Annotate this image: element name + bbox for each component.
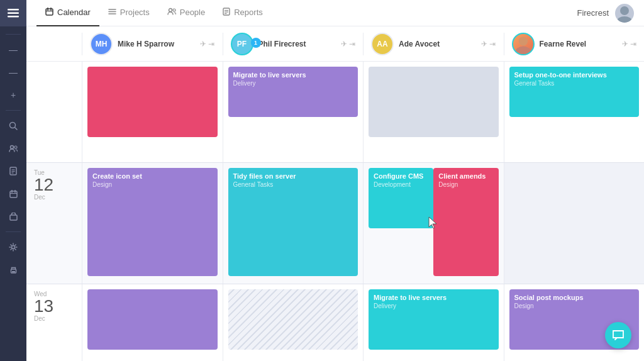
sidebar-icon-minus1[interactable]: —: [2, 40, 25, 60]
svg-rect-18: [12, 271, 15, 272]
event-fearne-0[interactable]: Setup one-to-one interviews General Task…: [509, 67, 640, 117]
svg-point-27: [173, 9, 175, 11]
event-mike-0[interactable]: [87, 67, 218, 137]
tab-reports-label: Reports: [234, 8, 263, 17]
event-phil-0[interactable]: Migrate to live servers Delivery: [228, 67, 358, 117]
event-subtitle-fearne-2: Design: [514, 303, 635, 309]
event-col-mike-1[interactable]: Create icon set Design: [82, 163, 223, 284]
person-name-fearne: Fearne Revel: [540, 40, 587, 48]
tab-reports[interactable]: Reports: [214, 0, 272, 26]
event-col-ade-2[interactable]: Migrate to live servers Delivery: [363, 284, 504, 361]
tab-projects[interactable]: Projects: [99, 0, 158, 26]
people-icon[interactable]: [2, 138, 25, 158]
projects-tab-icon: [108, 8, 116, 17]
event-col-phil-0[interactable]: Migrate to live servers Delivery: [223, 62, 364, 162]
event-ade-1a[interactable]: Configure CMS Development: [369, 168, 433, 228]
event-col-phil-1[interactable]: Tidy files on server General Tasks: [223, 163, 364, 284]
event-subtitle-ade-1b: Design: [438, 181, 493, 188]
svg-rect-11: [10, 191, 17, 197]
tab-people[interactable]: People: [158, 0, 214, 26]
date-col-0: [26, 62, 82, 162]
event-title-phil-0: Migrate to live servers: [233, 70, 353, 79]
person-name-ade: Ade Avocet: [399, 40, 440, 48]
svg-rect-19: [46, 9, 53, 15]
reports-tab-icon: [223, 8, 230, 18]
user-avatar[interactable]: [615, 4, 634, 23]
phil-badge: 1: [251, 38, 261, 48]
event-ade-2[interactable]: Migrate to live servers Delivery: [369, 289, 499, 350]
calendar-row-1: Tue 12 Dec Create icon set Design Tidy f…: [26, 163, 644, 284]
box-icon[interactable]: [2, 206, 25, 226]
avatar-mike-initials: MH: [96, 40, 108, 48]
svg-rect-0: [8, 9, 19, 11]
date-col-2: Wed 13 Dec: [26, 284, 82, 361]
avatar-ade[interactable]: AA: [371, 33, 394, 55]
pin-phil: ✈ ⇥: [341, 40, 355, 48]
event-col-fearne-1[interactable]: [504, 163, 645, 284]
month-1: Dec: [34, 194, 45, 201]
person-name-phil: Phil Firecrest: [258, 40, 306, 48]
event-mike-2[interactable]: [87, 289, 218, 350]
event-subtitle-ade-1a: Development: [374, 181, 428, 188]
reports-icon[interactable]: [2, 161, 25, 181]
person-col-ade: AA Ade Avocet ✈ ⇥: [363, 33, 504, 55]
month-2: Dec: [34, 315, 45, 322]
event-subtitle-phil-0: Delivery: [233, 80, 353, 87]
sidebar-divider2: [6, 110, 21, 111]
svg-rect-2: [8, 16, 19, 18]
nav-right: Firecrest: [577, 4, 634, 23]
event-title-ade-1b: Client amends: [438, 172, 493, 181]
sidebar-divider: [6, 34, 21, 35]
event-ade-1b[interactable]: Client amends Design: [433, 168, 498, 276]
event-ade-0: [369, 67, 499, 137]
event-col-mike-0[interactable]: [82, 62, 223, 162]
event-title-ade-2: Migrate to live servers: [374, 293, 494, 302]
avatar-ade-initials: AA: [377, 40, 387, 48]
event-phil-1[interactable]: Tidy files on server General Tasks: [228, 168, 358, 276]
event-col-phil-2[interactable]: [223, 284, 364, 361]
search-icon[interactable]: [2, 116, 25, 136]
tab-projects-label: Projects: [120, 8, 150, 17]
sidebar-divider3: [6, 231, 21, 232]
event-col-fearne-0[interactable]: Setup one-to-one interviews General Task…: [504, 62, 645, 162]
sidebar-icon-add[interactable]: +: [2, 85, 25, 105]
avatar-mike[interactable]: MH: [90, 33, 113, 55]
avatar-fearne[interactable]: [512, 33, 535, 55]
tab-calendar[interactable]: Calendar: [36, 0, 99, 26]
day-number-2: 13: [34, 297, 53, 315]
top-nav: Calendar Projects People Reports Firecre…: [26, 0, 644, 26]
date-col-1: Tue 12 Dec: [26, 163, 82, 284]
sidebar-icon-minus2[interactable]: —: [2, 62, 25, 82]
settings-icon[interactable]: [2, 237, 25, 257]
svg-point-33: [617, 16, 632, 23]
event-subtitle-fearne-0: General Tasks: [514, 80, 635, 87]
event-subtitle-ade-2: Delivery: [374, 303, 494, 309]
calendar-icon[interactable]: [2, 184, 25, 204]
event-col-ade-0[interactable]: [363, 62, 504, 162]
svg-point-26: [169, 9, 172, 12]
svg-line-4: [15, 128, 18, 130]
tab-people-label: People: [180, 8, 205, 17]
chat-bubble[interactable]: [605, 322, 631, 348]
svg-point-35: [515, 46, 531, 55]
event-col-ade-1[interactable]: Configure CMS Development Client amends …: [363, 163, 504, 284]
person-name-mike: Mike H Sparrow: [118, 40, 174, 48]
sidebar: — — +: [0, 0, 26, 361]
event-phil-2: [228, 289, 358, 350]
event-title-phil-1: Tidy files on server: [233, 172, 353, 181]
calendar: MH Mike H Sparrow ✈ ⇥ PF 1 Phil Firecres…: [26, 26, 644, 361]
sidebar-logo[interactable]: [0, 0, 26, 26]
avatar-phil-initials: PF: [237, 40, 247, 48]
event-col-mike-2[interactable]: [82, 284, 223, 361]
event-mike-1[interactable]: Create icon set Design: [87, 168, 218, 276]
svg-point-32: [620, 6, 629, 15]
person-col-fearne: Fearne Revel ✈ ⇥: [504, 33, 645, 55]
pin-ade: ✈ ⇥: [481, 40, 496, 48]
print-icon[interactable]: [2, 260, 25, 280]
person-col-phil: PF 1 Phil Firecrest ✈ ⇥: [223, 33, 364, 55]
event-subtitle-mike-1: Design: [92, 181, 213, 188]
svg-point-5: [11, 146, 14, 149]
avatar-phil[interactable]: PF: [231, 33, 253, 55]
svg-rect-15: [10, 215, 17, 220]
event-title-mike-1: Create icon set: [92, 172, 213, 181]
